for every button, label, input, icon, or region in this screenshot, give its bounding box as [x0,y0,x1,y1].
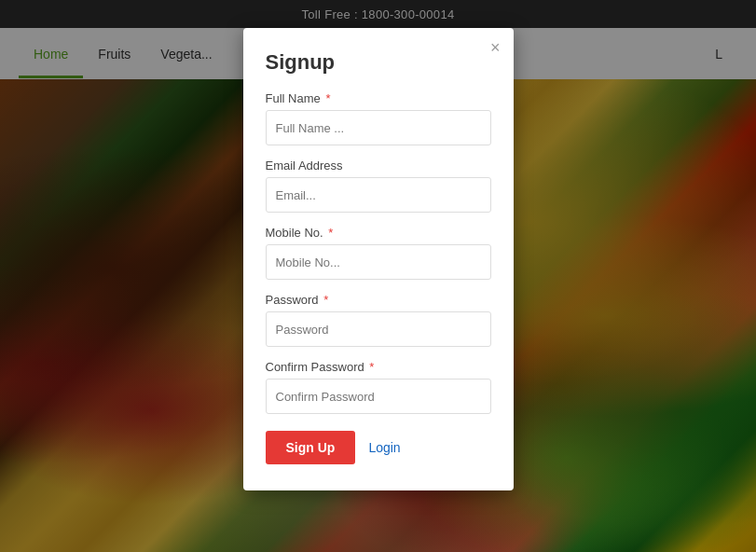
email-label: Email Address [266,159,491,172]
confirm-password-required: * [369,360,374,374]
mobile-required: * [328,226,333,240]
form-actions: Sign Up Login [266,431,491,464]
modal-close-button[interactable]: × [490,39,501,56]
signup-modal: × Signup Full Name * Email Address Mobil… [243,28,514,490]
email-group: Email Address [266,159,491,213]
password-label: Password * [266,293,491,307]
full-name-label: Full Name * [266,91,491,105]
signup-button[interactable]: Sign Up [266,431,356,464]
password-required: * [323,293,328,307]
login-link[interactable]: Login [368,440,400,455]
confirm-password-input[interactable] [266,379,491,414]
full-name-input[interactable] [266,110,491,145]
full-name-group: Full Name * [266,91,491,145]
confirm-password-group: Confirm Password * [266,360,491,414]
password-group: Password * [266,293,491,347]
password-input[interactable] [266,311,491,347]
email-input[interactable] [266,177,491,213]
full-name-required: * [325,91,330,105]
mobile-input[interactable] [266,244,491,280]
mobile-label: Mobile No. * [266,226,491,240]
confirm-password-label: Confirm Password * [266,360,491,374]
mobile-group: Mobile No. * [266,226,491,280]
modal-title: Signup [266,50,491,75]
